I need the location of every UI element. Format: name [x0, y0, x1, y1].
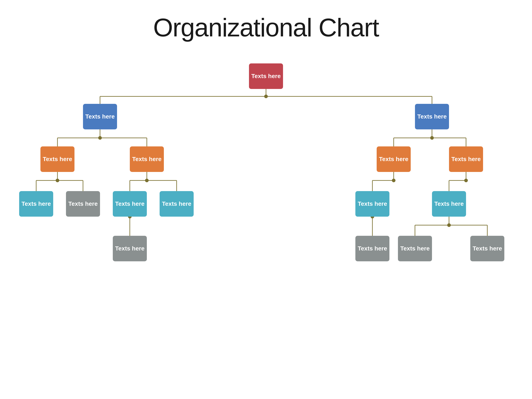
svg-point-4	[265, 95, 267, 98]
node-l2a: Texts here	[40, 146, 75, 172]
svg-point-41	[448, 224, 450, 227]
node-l1a: Texts here	[83, 104, 117, 129]
node-l3f: Texts here	[432, 191, 466, 217]
node-root: Texts here	[249, 63, 283, 89]
svg-point-24	[145, 179, 148, 182]
node-l4b: Texts here	[355, 236, 389, 261]
svg-point-14	[431, 136, 433, 139]
node-l4d: Texts here	[470, 236, 504, 261]
svg-point-19	[56, 179, 59, 182]
node-l3c: Texts here	[113, 191, 147, 217]
page-title: Organizational Chart	[153, 13, 379, 42]
node-l4c: Texts here	[398, 236, 432, 261]
node-l3d: Texts here	[160, 191, 194, 217]
node-l2d: Texts here	[449, 146, 483, 172]
node-l1b: Texts here	[415, 104, 449, 129]
svg-point-33	[465, 179, 468, 182]
node-l4a: Texts here	[113, 236, 147, 261]
node-l3a: Texts here	[19, 191, 53, 217]
svg-point-9	[99, 136, 101, 139]
node-l3b: Texts here	[66, 191, 100, 217]
svg-point-29	[392, 179, 395, 182]
node-l2c: Texts here	[377, 146, 411, 172]
node-l3e: Texts here	[355, 191, 389, 217]
org-chart: Texts here Texts here Texts here Texts h…	[11, 55, 521, 399]
node-l2b: Texts here	[130, 146, 164, 172]
